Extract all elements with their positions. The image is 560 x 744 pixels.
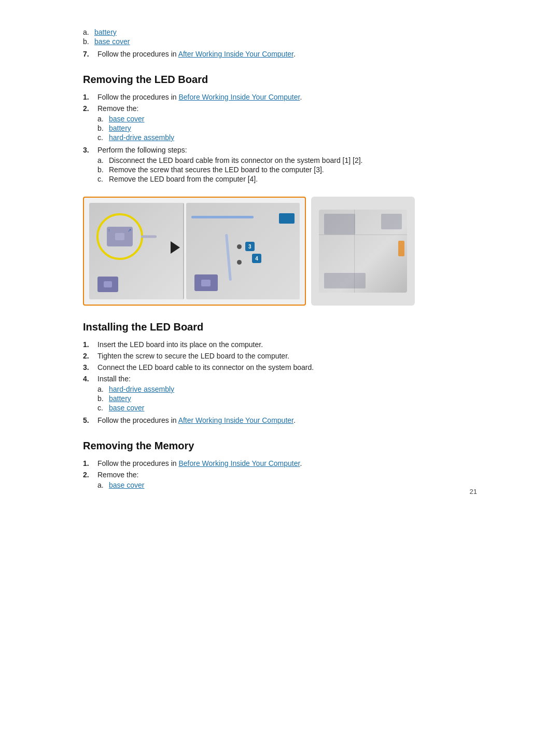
step-7: 7. Follow the procedures in After Workin… xyxy=(83,50,477,58)
hard-drive-link-2[interactable]: hard-drive assembly xyxy=(109,385,174,393)
removing-memory-steps: 1. Follow the procedures in Before Worki… xyxy=(83,459,477,490)
install-sub-c: c. base cover xyxy=(97,404,477,412)
prereq-section: a. battery b. base cover 7. Follow the p… xyxy=(83,26,477,58)
mem-sub-a: a. base cover xyxy=(97,481,477,489)
zoom-circle: ↑ ↗ xyxy=(96,213,143,260)
sub-item-a: a. base cover xyxy=(97,115,477,123)
base-cover-link-4[interactable]: base cover xyxy=(109,481,144,489)
before-working-link-1[interactable]: Before Working Inside Your Computer xyxy=(178,93,300,101)
base-cover-link-3[interactable]: base cover xyxy=(109,404,144,412)
install-step-4: 4. Install the: a. hard-drive assembly b… xyxy=(83,375,477,413)
after-working-link-1[interactable]: After Working Inside Your Computer xyxy=(178,50,293,58)
battery-link-2[interactable]: battery xyxy=(109,124,131,132)
diagram-container: ↑ ↗ 3 xyxy=(83,197,477,306)
sub-step-3a: a. Disconnect the LED board cable from i… xyxy=(97,156,477,164)
diagram-panel-right: 3 4 xyxy=(186,203,300,299)
after-working-link-2[interactable]: After Working Inside Your Computer xyxy=(178,416,293,424)
hard-drive-link-1[interactable]: hard-drive assembly xyxy=(109,133,174,142)
install-step-3: 3. Connect the LED board cable to its co… xyxy=(83,363,477,371)
sub-step-3b: b. Remove the screw that secures the LED… xyxy=(97,166,477,174)
badge-4: 4 xyxy=(252,254,261,263)
installing-led-steps: 1. Insert the LED board into its place o… xyxy=(83,340,477,424)
install-step-1: 1. Insert the LED board into its place o… xyxy=(83,340,477,349)
page-number: 21 xyxy=(470,488,477,495)
before-working-link-2[interactable]: Before Working Inside Your Computer xyxy=(178,459,300,467)
install-sub-a: a. hard-drive assembly xyxy=(97,385,477,393)
install-step-5: 5. Follow the procedures in After Workin… xyxy=(83,416,477,424)
sub-list-item: a. battery xyxy=(83,28,477,36)
sub-item-c: c. hard-drive assembly xyxy=(97,133,477,142)
mem-step-1: 1. Follow the procedures in Before Worki… xyxy=(83,459,477,467)
battery-link-1[interactable]: battery xyxy=(94,28,117,36)
diagram-box: ↑ ↗ 3 xyxy=(83,197,306,306)
mem-step-2: 2. Remove the: a. base cover xyxy=(83,471,477,490)
sub-step-3c: c. Remove the LED board from the compute… xyxy=(97,175,477,183)
step-1: 1. Follow the procedures in Before Worki… xyxy=(83,93,477,101)
removing-led-steps: 1. Follow the procedures in Before Worki… xyxy=(83,93,477,184)
diagram-panel-left: ↑ ↗ xyxy=(89,203,184,299)
install-sub-b: b. battery xyxy=(97,394,477,403)
badge-3: 3 xyxy=(245,242,255,251)
list-item: a. battery b. base cover xyxy=(83,26,477,47)
step-3: 3. Perform the following steps: a. Disco… xyxy=(83,146,477,184)
installing-led-title: Installing the LED Board xyxy=(83,321,477,333)
base-cover-link-1[interactable]: base cover xyxy=(94,37,130,46)
sub-item-b: b. battery xyxy=(97,124,477,132)
removing-memory-title: Removing the Memory xyxy=(83,440,477,452)
laptop-side-view xyxy=(311,197,415,306)
page: a. battery b. base cover 7. Follow the p… xyxy=(83,21,477,495)
install-step-2: 2. Tighten the screw to secure the LED b… xyxy=(83,352,477,360)
removing-led-title: Removing the LED Board xyxy=(83,74,477,86)
sub-list-item: b. base cover xyxy=(83,37,477,46)
base-cover-link-2[interactable]: base cover xyxy=(109,115,144,123)
battery-link-3[interactable]: battery xyxy=(109,394,131,403)
step-2: 2. Remove the: a. base cover b. battery … xyxy=(83,104,477,143)
